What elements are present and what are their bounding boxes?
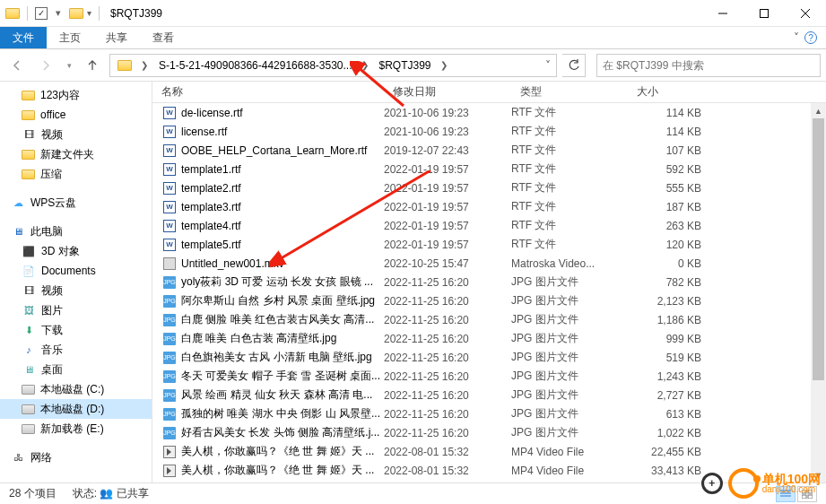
breadcrumb-segment[interactable]: S-1-5-21-490908366-442916688-3530... (152, 55, 358, 76)
navigation-pane[interactable]: 123内容office🎞视频新建文件夹压缩☁WPS云盘🖥此电脑⬛3D 对象📄Do… (0, 82, 152, 482)
status-shared: 状态: 👥 已共享 (73, 486, 149, 501)
file-row[interactable]: JPG 风景 绘画 精灵 仙女 秋天 森林 高清 电... 2022-11-25… (152, 386, 811, 404)
nav-wps[interactable]: ☁WPS云盘 (0, 193, 152, 213)
file-row[interactable]: JPG 白鹿 侧脸 唯美 红色古装古风美女 高清... 2022-11-25 1… (152, 310, 811, 329)
file-row[interactable]: W license.rtf 2021-10-06 19:23 RTF 文件 11… (152, 122, 811, 141)
qat-overflow-icon[interactable]: ▾ (87, 8, 91, 18)
file-row[interactable]: W template2.rtf 2022-01-19 19:57 RTF 文件 … (152, 178, 811, 197)
file-row[interactable]: JPG yoly莜莉 3D 可爱 运动 长发 女孩 眼镜 ... 2022-11… (152, 273, 811, 291)
file-row[interactable]: W OOBE_HELP_Cortana_Learn_More.rtf 2019-… (152, 141, 811, 160)
ribbon-expand[interactable]: ˅ ? (785, 27, 826, 48)
file-row[interactable]: JPG 白色旗袍美女 古风 小清新 电脑 壁纸.jpg 2022-11-25 1… (152, 348, 811, 367)
qat-dropdown-icon[interactable]: ▾ (51, 6, 65, 21)
file-size: 592 KB (628, 163, 717, 176)
file-row[interactable]: W template1.rtf 2022-01-19 19:57 RTF 文件 … (152, 160, 811, 178)
nav-pc-item[interactable]: ♪音乐 (0, 340, 152, 360)
nav-network[interactable]: 🖧网络 (0, 448, 152, 467)
file-size: 782 KB (628, 276, 717, 289)
ribbon-tab-home[interactable]: 主页 (47, 27, 93, 48)
chevron-right-icon[interactable]: ❯ (137, 60, 152, 70)
refresh-button[interactable] (562, 54, 586, 77)
up-button[interactable] (81, 54, 104, 77)
file-row[interactable]: W template3.rtf 2022-01-19 19:57 RTF 文件 … (152, 197, 811, 216)
minimize-button[interactable] (702, 0, 743, 27)
doc-icon: 📄 (22, 264, 36, 278)
search-box[interactable] (596, 54, 821, 77)
mp4-file-icon (163, 446, 176, 458)
nav-pc-item[interactable]: 新加载卷 (E:) (0, 419, 152, 439)
scroll-track[interactable] (811, 118, 826, 467)
minimize-icon (718, 9, 727, 18)
file-row[interactable]: W template4.rtf 2022-01-19 19:57 RTF 文件 … (152, 216, 811, 235)
nav-pc-item[interactable]: ⬛3D 对象 (0, 241, 152, 261)
column-type[interactable]: 类型 (511, 82, 628, 102)
close-button[interactable] (785, 0, 826, 27)
file-date: 2022-08-01 15:32 (384, 446, 511, 458)
folder-icon (117, 60, 132, 71)
watermark-brand: 单机100网 (762, 473, 821, 485)
file-row[interactable]: W template5.rtf 2022-01-19 19:57 RTF 文件 … (152, 235, 811, 254)
address-root-icon[interactable] (110, 55, 137, 76)
arrow-left-icon (10, 58, 24, 73)
rtf-file-icon: W (163, 107, 176, 119)
nav-pc-item[interactable]: 🖼图片 (0, 300, 152, 320)
file-row[interactable]: JPG 好看古风美女 长发 头饰 侧脸 高清壁纸.j... 2022-11-25… (152, 423, 811, 442)
back-button[interactable] (5, 54, 29, 77)
nav-quick-item[interactable]: office (0, 105, 152, 125)
column-size[interactable]: 大小 (628, 82, 735, 102)
svg-rect-1 (761, 9, 769, 17)
file-name: template1.rtf (178, 163, 384, 176)
chevron-right-icon[interactable]: ❯ (437, 60, 451, 70)
ribbon-file-tab[interactable]: 文件 (0, 27, 47, 48)
scroll-thumb[interactable] (813, 118, 824, 380)
column-name[interactable]: 名称 (152, 82, 384, 102)
nav-quick-item[interactable]: 压缩 (0, 164, 152, 184)
file-type: JPG 图片文件 (511, 274, 628, 290)
file-type: RTF 文件 (511, 180, 628, 196)
nav-pc-item[interactable]: 本地磁盘 (C:) (0, 379, 152, 399)
address-dropdown-icon[interactable]: ˅ (540, 59, 556, 72)
down-icon: ⬇ (22, 323, 36, 337)
nav-this-pc[interactable]: 🖥此电脑 (0, 222, 152, 241)
nav-pc-item[interactable]: 本地磁盘 (D:) (0, 399, 152, 419)
file-list[interactable]: W de-license.rtf 2021-10-06 19:23 RTF 文件… (152, 103, 811, 482)
net-icon: 🖧 (11, 450, 25, 465)
nav-quick-item[interactable]: 新建文件夹 (0, 144, 152, 164)
search-input[interactable] (603, 59, 814, 72)
file-row[interactable]: Untitled_new001.mkv 2022-10-25 15:47 Mat… (152, 254, 811, 273)
file-row[interactable]: JPG 冬天 可爱美女 帽子 手套 雪 圣诞树 桌面... 2022-11-25… (152, 367, 811, 386)
file-date: 2021-10-06 19:23 (384, 126, 511, 138)
ribbon-tab-share[interactable]: 共享 (93, 27, 140, 48)
file-row[interactable]: JPG 白鹿 唯美 白色古装 高清壁纸.jpg 2022-11-25 16:20… (152, 329, 811, 348)
file-size: 999 KB (628, 333, 717, 345)
chevron-right-icon[interactable]: ❯ (358, 60, 372, 70)
qat-folder-icon[interactable] (69, 8, 83, 19)
address-bar[interactable]: ❯ S-1-5-21-490908366-442916688-3530... ❯… (109, 54, 557, 77)
music-icon: ♪ (22, 343, 36, 357)
chevron-down-icon: ˅ (794, 31, 799, 44)
file-row[interactable]: 美人棋，你敢赢吗？《绝 世 舞 姬》天 ... 2022-08-01 15:32… (152, 442, 811, 461)
file-date: 2019-12-07 22:43 (384, 144, 511, 157)
nav-pc-item[interactable]: 📄Documents (0, 261, 152, 281)
scroll-up-button[interactable]: ▲ (811, 103, 826, 118)
file-row[interactable]: W de-license.rtf 2021-10-06 19:23 RTF 文件… (152, 103, 811, 122)
column-date[interactable]: 修改日期 (384, 82, 511, 102)
file-size: 187 KB (628, 201, 717, 213)
nav-quick-item[interactable]: 🎞视频 (0, 125, 152, 144)
forward-button[interactable] (34, 54, 57, 77)
mkv-file-icon (163, 257, 176, 270)
nav-pc-item[interactable]: ⬇下载 (0, 320, 152, 340)
nav-pc-item[interactable]: 🖥桌面 (0, 360, 152, 379)
nav-pc-item[interactable]: 🎞视频 (0, 281, 152, 300)
nav-quick-item[interactable]: 123内容 (0, 85, 152, 105)
recent-dropdown[interactable]: ▾ (63, 54, 75, 77)
breadcrumb-segment[interactable]: $RQTJ399 (372, 55, 437, 76)
qat-checkbox[interactable]: ✓ (35, 7, 48, 20)
file-row[interactable]: JPG 孤独的树 唯美 湖水 中央 倒影 山 风景壁... 2022-11-25… (152, 404, 811, 423)
maximize-button[interactable] (743, 0, 785, 27)
help-icon[interactable]: ? (804, 31, 817, 44)
file-row[interactable]: JPG 阿尔卑斯山 自然 乡村 风景 桌面 壁纸.jpg 2022-11-25 … (152, 291, 811, 310)
drive-icon (22, 404, 35, 414)
ribbon-tab-view[interactable]: 查看 (140, 27, 187, 48)
vertical-scrollbar[interactable]: ▲ ▼ (811, 103, 826, 482)
